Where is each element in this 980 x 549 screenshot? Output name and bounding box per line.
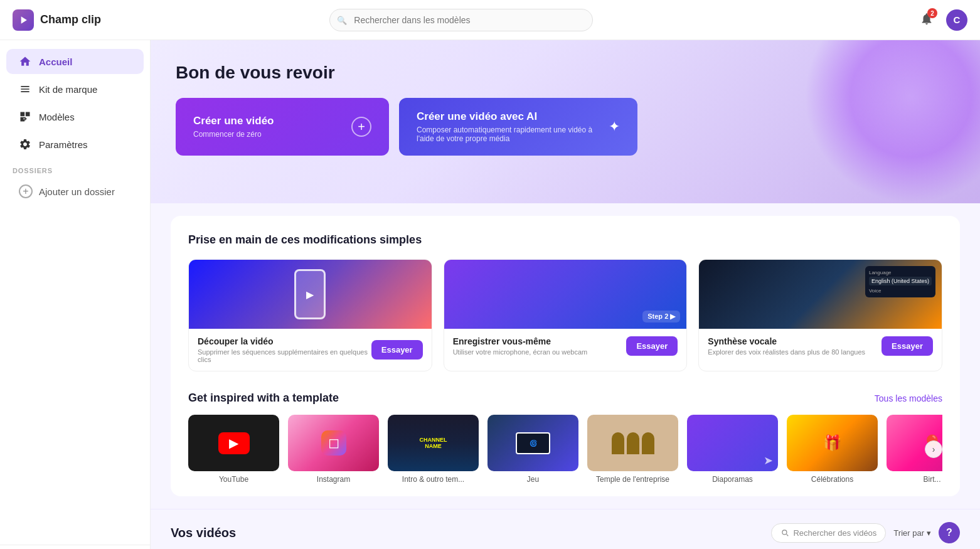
templates-section: Get inspired with a template Tous les mo… [188,392,942,484]
modifications-title: Prise en main de ces modifications simpl… [188,233,942,247]
sort-chevron-icon: ▾ [927,528,931,538]
sidebar-label-modeles: Modèles [39,112,75,122]
install-app-button[interactable]: Installer l'application de bureau [0,545,150,549]
synthese-panel: Language English (United States) Voice [865,266,935,297]
create-ai-sub: Composer automatiquement rapidement une … [417,125,609,143]
celebrations-thumb: 🎁 [787,415,878,471]
create-ai-button[interactable]: Créer une vidéo avec AI Composer automat… [399,98,637,156]
search-wrapper [329,9,593,31]
intro-label: Intro & outro tem... [388,475,479,484]
mod-thumb-decouper [189,260,432,329]
hero-title: Bon de vous revoir [176,63,955,83]
template-header: Get inspired with a template Tous les mo… [188,392,942,405]
mod-text-synthese: Synthèse vocale Explorer des voix réalis… [708,336,865,356]
layout: Accueil Kit de marque Modèles Paramètres… [0,40,980,549]
templates-next-button[interactable]: › [925,440,942,458]
all-models-link[interactable]: Tous les modèles [875,393,942,403]
topbar: Champ clip 2 C [0,0,980,40]
jeu-label: Jeu [487,475,578,484]
create-video-title: Créer une vidéo [193,115,274,127]
youtube-icon: ▶ [218,432,250,454]
notification-badge: 2 [927,8,937,18]
btn-ai-text: Créer une vidéo avec AI Composer automat… [417,110,609,143]
youtube-thumb: ▶ [188,415,279,471]
sort-button[interactable]: Trier par ▾ [893,528,931,538]
templates-row-wrapper: ▶ YouTube ◻ Instagram CHAN [188,415,942,484]
create-video-button[interactable]: Créer une vidéo Commencer de zéro + [176,98,389,156]
sidebar-label-parametres: Paramètres [39,139,88,150]
mod-card-synthese: Language English (United States) Voice S… [698,259,942,371]
template-diaporamas[interactable]: ➤ Diaporamas [687,415,778,484]
search-input[interactable] [329,9,593,31]
birthday-label: Birt... [887,475,942,484]
temple-thumb [587,415,678,471]
logo-area: Champ clip [13,9,163,31]
template-instagram[interactable]: ◻ Instagram [288,415,379,484]
notification-button[interactable]: 2 [916,8,937,31]
template-celebrations[interactable]: 🎁 Célébrations [787,415,878,484]
mod-info-synthese: Synthèse vocale Explorer des voix réalis… [699,329,942,363]
mod-name-synthese: Synthèse vocale [708,336,865,346]
app-name: Champ clip [40,13,101,26]
videos-search-label: Rechercher des vidéos [793,528,876,538]
template-intro[interactable]: CHANNELNAME Intro & outro tem... [388,415,479,484]
templates-title: Get inspired with a template [188,392,339,405]
mod-desc-decouper: Supprimer les séquences supplémentaires … [198,348,371,363]
try-enregistrer-button[interactable]: Essayer [626,336,678,356]
intro-thumb: CHANNELNAME [388,415,479,471]
youtube-label: YouTube [188,475,279,484]
modifications-section: Prise en main de ces modifications simpl… [188,233,942,371]
step-badge: Step 2 ▶ [642,311,680,322]
mod-name-enregistrer: Enregistrer vous-même [453,336,588,346]
content-card: Prise en main de ces modifications simpl… [171,216,960,496]
btn-create-text: Créer une vidéo Commencer de zéro [193,115,274,139]
videos-title: Vos vidéos [171,526,236,540]
main-content: Bon de vous revoir Créer une vidéo Comme… [151,40,980,549]
monitor-icon: 🌀 [516,432,550,454]
topbar-right: 2 C [916,8,967,31]
template-jeu[interactable]: 🌀 Jeu [487,415,578,484]
create-ai-title: Créer une vidéo avec AI [417,110,609,123]
sidebar-item-kit[interactable]: Kit de marque [6,77,144,102]
sort-label: Trier par [893,528,924,538]
mod-desc-enregistrer: Utiliser votre microphone, écran ou webc… [453,348,588,356]
diaporamas-thumb: ➤ [687,415,778,471]
mod-name-decouper: Découper la vidéo [198,336,371,346]
instagram-label: Instagram [288,475,379,484]
sidebar-item-parametres[interactable]: Paramètres [6,132,144,157]
sidebar: Accueil Kit de marque Modèles Paramètres… [0,40,151,549]
mod-info-decouper: Découper la vidéo Supprimer les séquence… [189,329,432,371]
intro-text: CHANNELNAME [420,437,447,449]
mod-desc-synthese: Explorer des voix réalistes dans plus de… [708,348,865,356]
videos-right: Rechercher des vidéos Trier par ▾ ? [771,522,960,543]
person2 [627,432,639,454]
add-folder-button[interactable]: + Ajouter un dossier [6,178,144,205]
videos-search-button[interactable]: Rechercher des vidéos [771,523,886,543]
sidebar-label-accueil: Accueil [39,56,72,67]
try-synthese-button[interactable]: Essayer [881,336,933,356]
add-icon: + [19,184,33,198]
create-video-sub: Commencer de zéro [193,130,274,139]
dossiers-label: DOSSIERS [0,158,150,177]
template-temple[interactable]: Temple de l'entreprise [587,415,678,484]
mod-card-decouper: Découper la vidéo Supprimer les séquence… [188,259,432,371]
celebrations-label: Célébrations [787,475,878,484]
mod-info-enregistrer: Enregistrer vous-même Utiliser votre mic… [444,329,687,363]
try-decouper-button[interactable]: Essayer [371,340,423,360]
instagram-thumb: ◻ [288,415,379,471]
mod-card-enregistrer: Step 2 ▶ Enregistrer vous-même Utiliser … [444,259,688,371]
sidebar-item-accueil[interactable]: Accueil [6,49,144,74]
mod-text-decouper: Découper la vidéo Supprimer les séquence… [198,336,371,363]
templates-row: ▶ YouTube ◻ Instagram CHAN [188,415,942,484]
sidebar-label-kit: Kit de marque [39,84,97,95]
template-youtube[interactable]: ▶ YouTube [188,415,279,484]
hero-buttons: Créer une vidéo Commencer de zéro + Crée… [176,98,955,156]
modifications-grid: Découper la vidéo Supprimer les séquence… [188,259,942,371]
avatar[interactable]: C [946,9,967,31]
add-folder-label: Ajouter un dossier [39,186,115,197]
sidebar-item-modeles[interactable]: Modèles [6,104,144,129]
search-bar-wrapper [329,9,593,31]
help-button[interactable]: ? [939,522,960,543]
instagram-icon: ◻ [321,430,346,456]
person1 [612,432,624,454]
